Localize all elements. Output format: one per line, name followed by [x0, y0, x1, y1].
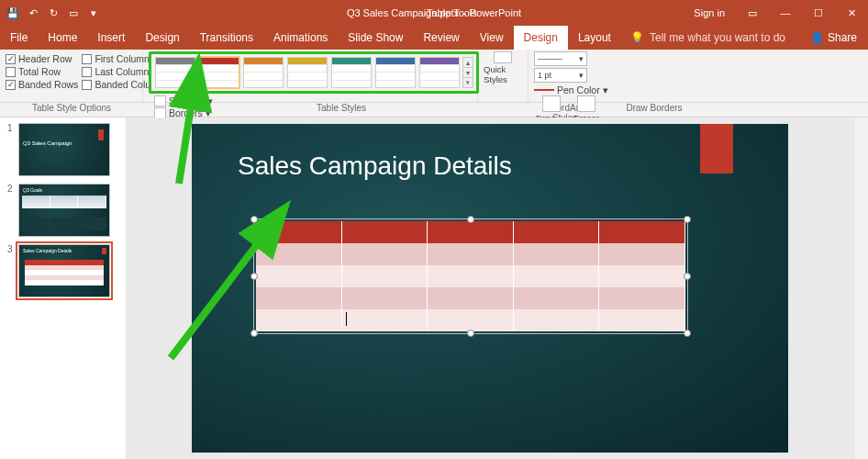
contextual-tab-title: Table Tools: [427, 7, 477, 18]
label-tso: Table Style Options: [0, 103, 143, 117]
close-icon[interactable]: ✕: [835, 0, 868, 26]
vertical-scrollbar[interactable]: [853, 118, 868, 459]
style-gold[interactable]: [287, 57, 328, 88]
pen-color-button[interactable]: Pen Color ▾: [534, 84, 648, 95]
ribbon-display-icon[interactable]: ▭: [736, 0, 769, 26]
resize-handle[interactable]: [250, 216, 258, 223]
tab-review[interactable]: Review: [413, 26, 469, 50]
tell-me-search[interactable]: 💡 Tell me what you want to do: [621, 26, 795, 50]
undo-icon[interactable]: ↶: [26, 6, 40, 20]
table-row[interactable]: [256, 265, 685, 287]
style-blue[interactable]: [375, 57, 416, 88]
resize-handle[interactable]: [250, 330, 258, 337]
thumbnail-1[interactable]: 1 Q3 Sales Campaign: [7, 123, 118, 176]
gallery-scroll[interactable]: ▲▼▾: [462, 57, 473, 88]
group-table-style-options: ✓Header Row First Column Total Row Last …: [0, 50, 143, 102]
pen-style-select[interactable]: ———▾: [534, 51, 648, 66]
minimize-icon[interactable]: —: [769, 0, 802, 26]
checkbox-icon: [6, 67, 16, 77]
sign-in-link[interactable]: Sign in: [683, 7, 736, 18]
workspace: 1 Q3 Sales Campaign 2 Q3 Goals 3 Sales C…: [0, 118, 868, 459]
tab-file[interactable]: File: [0, 26, 38, 50]
ribbon-tabs: File Home Insert Design Transitions Anim…: [0, 26, 868, 50]
chevron-down-icon: ▾: [207, 95, 213, 106]
slide-canvas-area[interactable]: Sales Campaign Details: [127, 118, 853, 459]
thumbnail-3[interactable]: 3 Sales Campaign Details: [7, 244, 118, 297]
checkbox-icon: ✓: [6, 80, 16, 90]
shading-icon: [154, 95, 166, 106]
opt-header-row[interactable]: ✓Header Row: [6, 53, 78, 64]
table-row[interactable]: [256, 243, 685, 265]
slide-title[interactable]: Sales Campaign Details: [238, 151, 512, 181]
chevron-down-icon: ▾: [579, 54, 584, 63]
tab-design-main[interactable]: Design: [135, 26, 189, 50]
checkbox-icon: [82, 80, 92, 90]
style-red[interactable]: [199, 57, 239, 88]
app-name: PowerPoint: [470, 7, 521, 18]
thumbnail-2[interactable]: 2 Q3 Goals: [7, 184, 118, 237]
eraser-icon: [577, 95, 595, 112]
resize-handle[interactable]: [250, 273, 258, 280]
title-bar: 💾 ↶ ↻ ▭ ▾ Q3 Sales Campaign.pptx - Power…: [0, 0, 868, 26]
opt-banded-rows[interactable]: ✓Banded Rows: [6, 79, 78, 90]
table-row[interactable]: [256, 309, 685, 331]
resize-handle[interactable]: [684, 330, 691, 337]
slide[interactable]: Sales Campaign Details: [192, 124, 788, 453]
opt-total-row[interactable]: Total Row: [6, 66, 78, 77]
table-row[interactable]: [256, 221, 685, 243]
start-slideshow-icon[interactable]: ▭: [66, 6, 81, 20]
resize-handle[interactable]: [467, 216, 474, 223]
quick-styles-button[interactable]: Quick Styles: [484, 51, 522, 84]
checkbox-icon: ✓: [6, 54, 16, 64]
group-wordart-styles: Quick Styles: [478, 50, 529, 102]
share-button[interactable]: 👤 Share: [799, 26, 868, 50]
text-cursor: [346, 312, 347, 326]
chevron-down-icon: ▾: [603, 84, 608, 95]
save-icon[interactable]: 💾: [6, 6, 20, 20]
tab-table-design[interactable]: Design: [514, 26, 568, 50]
table-object[interactable]: [256, 221, 685, 331]
style-neutral[interactable]: [155, 57, 195, 88]
redo-icon[interactable]: ↻: [46, 6, 61, 20]
lightbulb-icon: 💡: [630, 31, 644, 44]
checkbox-icon: [82, 67, 92, 77]
share-icon: 👤: [810, 31, 824, 44]
shading-button[interactable]: Shading ▾: [154, 95, 213, 106]
checkbox-icon: [82, 54, 92, 64]
tab-transitions[interactable]: Transitions: [190, 26, 263, 50]
ribbon-group-labels: Table Style Options Table Styles WordArt…: [0, 103, 868, 118]
ribbon: ✓Header Row First Column Total Row Last …: [0, 50, 868, 103]
qat-dropdown-icon[interactable]: ▾: [86, 6, 101, 20]
tab-insert[interactable]: Insert: [87, 26, 135, 50]
table-row[interactable]: [256, 287, 685, 309]
accent-shape[interactable]: [700, 124, 733, 174]
pen-color-icon: [534, 89, 554, 91]
tab-view[interactable]: View: [470, 26, 514, 50]
table-styles-gallery[interactable]: ▲▼▾: [149, 51, 479, 94]
group-table-styles: ▲▼▾ Shading ▾ Borders ▾ Effects ▾: [143, 50, 478, 102]
pen-weight-select[interactable]: 1 pt▾: [534, 68, 648, 83]
resize-handle[interactable]: [467, 330, 474, 337]
wordart-icon: [494, 51, 512, 63]
resize-handle[interactable]: [684, 273, 691, 280]
style-teal[interactable]: [331, 57, 372, 88]
resize-handle[interactable]: [684, 216, 691, 223]
draw-table-icon: [542, 95, 561, 112]
tab-animations[interactable]: Animations: [263, 26, 338, 50]
tab-slideshow[interactable]: Slide Show: [338, 26, 413, 50]
slide-thumbnails-panel[interactable]: 1 Q3 Sales Campaign 2 Q3 Goals 3 Sales C…: [0, 118, 127, 459]
tab-home[interactable]: Home: [38, 26, 87, 50]
style-orange[interactable]: [243, 57, 284, 88]
maximize-icon[interactable]: ☐: [802, 0, 835, 26]
chevron-down-icon: ▾: [579, 71, 584, 80]
group-draw-borders: ———▾ 1 pt▾ Pen Color ▾ Draw Table Eraser: [529, 50, 657, 102]
tab-table-layout[interactable]: Layout: [568, 26, 621, 50]
style-purple[interactable]: [419, 57, 460, 88]
